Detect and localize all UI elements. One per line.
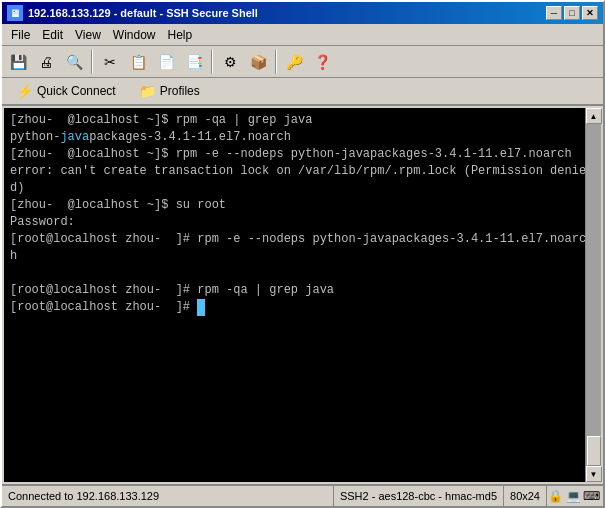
toolbar: 💾 🖨 🔍 ✂ 📋 📄 📑 ⚙ 📦 🔑 ❓ (2, 46, 603, 78)
settings2-button[interactable]: 📦 (245, 49, 271, 75)
menu-window[interactable]: Window (107, 26, 162, 44)
scrollbar[interactable]: ▲ ▼ (585, 108, 601, 482)
menu-help[interactable]: Help (162, 26, 199, 44)
profiles-label: Profiles (160, 84, 200, 98)
connection-text: Connected to 192.168.133.129 (8, 490, 159, 502)
terminal-line-6: [zhou- @localhost ~]$ su root (10, 197, 579, 214)
profiles-icon: 📁 (139, 83, 156, 99)
status-bar: Connected to 192.168.133.129 SSH2 - aes1… (2, 484, 603, 506)
maximize-button[interactable]: □ (564, 6, 580, 20)
toolbar-separator-3 (275, 50, 277, 74)
terminal[interactable]: [zhou- @localhost ~]$ rpm -qa | grep jav… (4, 108, 585, 482)
settings1-button[interactable]: ⚙ (217, 49, 243, 75)
terminal-line-9: h (10, 248, 579, 265)
terminal-line-3: [zhou- @localhost ~]$ rpm -e --nodeps py… (10, 146, 579, 163)
minimize-button[interactable]: ─ (546, 6, 562, 20)
terminal-line-5: d) (10, 180, 579, 197)
terminal-line-1: [zhou- @localhost ~]$ rpm -qa | grep jav… (10, 112, 579, 129)
title-bar-left: 🖥 192.168.133.129 - default - SSH Secure… (7, 5, 258, 21)
status-dimensions: 80x24 (504, 486, 547, 506)
paste-button[interactable]: 📄 (153, 49, 179, 75)
quick-connect-label: Quick Connect (37, 84, 116, 98)
toolbar-separator-2 (211, 50, 213, 74)
status-icons: 🔒 💻 ⌨ (547, 488, 603, 504)
save-button[interactable]: 💾 (5, 49, 31, 75)
window-title: 192.168.133.129 - default - SSH Secure S… (28, 7, 258, 19)
status-icon-3: ⌨ (583, 488, 599, 504)
find-button[interactable]: 🔍 (61, 49, 87, 75)
new-button[interactable]: 📑 (181, 49, 207, 75)
status-icon-1: 🔒 (547, 488, 563, 504)
menu-bar: File Edit View Window Help (2, 24, 603, 46)
menu-view[interactable]: View (69, 26, 107, 44)
quick-connect-icon: ⚡ (16, 83, 33, 99)
terminal-line-8: [root@localhost zhou- ]# rpm -e --nodeps… (10, 231, 579, 248)
status-encryption: SSH2 - aes128-cbc - hmac-md5 (334, 486, 504, 506)
title-bar-buttons: ─ □ ✕ (546, 6, 598, 20)
menu-edit[interactable]: Edit (36, 26, 69, 44)
scroll-up-button[interactable]: ▲ (586, 108, 602, 124)
scroll-track[interactable] (586, 124, 601, 466)
status-connection: Connected to 192.168.133.129 (2, 486, 334, 506)
dimensions-text: 80x24 (510, 490, 540, 502)
title-bar: 🖥 192.168.133.129 - default - SSH Secure… (2, 2, 603, 24)
quick-connect-button[interactable]: ⚡ Quick Connect (7, 80, 125, 102)
status-icon-2: 💻 (565, 488, 581, 504)
profiles-button[interactable]: 📁 Profiles (130, 80, 209, 102)
encryption-text: SSH2 - aes128-cbc - hmac-md5 (340, 490, 497, 502)
help-button[interactable]: ❓ (309, 49, 335, 75)
menu-file[interactable]: File (5, 26, 36, 44)
terminal-line-12: [root@localhost zhou- ]# (10, 299, 579, 316)
main-window: 🖥 192.168.133.129 - default - SSH Secure… (0, 0, 605, 508)
terminal-line-2: python-javapackages-3.4.1-11.el7.noarch (10, 129, 579, 146)
cursor (197, 299, 205, 316)
app-icon: 🖥 (7, 5, 23, 21)
key-button[interactable]: 🔑 (281, 49, 307, 75)
scroll-down-button[interactable]: ▼ (586, 466, 602, 482)
close-button[interactable]: ✕ (582, 6, 598, 20)
quick-bar: ⚡ Quick Connect 📁 Profiles (2, 78, 603, 106)
scroll-thumb[interactable] (587, 436, 601, 466)
terminal-line-10 (10, 265, 579, 282)
copy-button[interactable]: 📋 (125, 49, 151, 75)
cut-button[interactable]: ✂ (97, 49, 123, 75)
toolbar-separator-1 (91, 50, 93, 74)
terminal-line-11: [root@localhost zhou- ]# rpm -qa | grep … (10, 282, 579, 299)
print-button[interactable]: 🖨 (33, 49, 59, 75)
terminal-container: [zhou- @localhost ~]$ rpm -qa | grep jav… (2, 106, 603, 484)
terminal-line-7: Password: (10, 214, 579, 231)
terminal-line-4: error: can't create transaction lock on … (10, 163, 579, 180)
